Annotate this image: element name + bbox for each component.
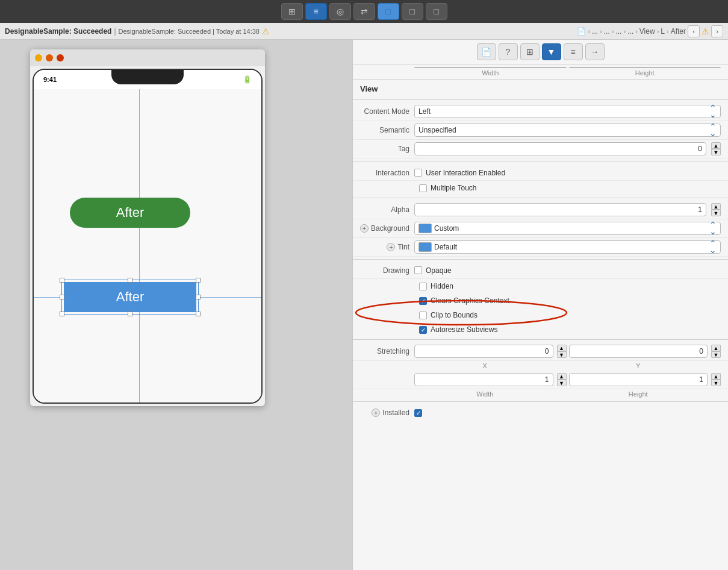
handle-bottom-center[interactable] (128, 312, 132, 316)
semantic-arrow: ⌃⌄ (709, 124, 717, 137)
window-titlebar (30, 49, 265, 66)
insp-tab-help[interactable]: ? (499, 43, 518, 60)
stretching-x-up[interactable]: ▲ (557, 345, 567, 351)
btn-after-green[interactable]: After (70, 198, 190, 228)
phone-time: 9:41 (43, 76, 57, 83)
insp-tab-connections[interactable]: → (585, 43, 605, 60)
content-mode-value: Left (418, 107, 431, 116)
tag-stepper[interactable]: ▲ ▼ (711, 142, 721, 155)
toolbar-btn-list[interactable]: ≡ (305, 3, 327, 20)
autoresize-checkbox[interactable]: ✓ (419, 326, 427, 334)
hidden-label: Hidden (431, 282, 453, 290)
stretching-x-field[interactable]: 0 (414, 345, 553, 358)
hidden-checkbox[interactable] (419, 283, 427, 290)
stretching-x-value: 0 (545, 347, 549, 355)
tag-stepper-up[interactable]: ▲ (711, 142, 721, 149)
stretching-w-field[interactable]: 1 (414, 373, 553, 386)
stretching-w-up[interactable]: ▲ (557, 373, 567, 380)
alpha-stepper-down[interactable]: ▼ (711, 210, 721, 216)
stretching-y-up[interactable]: ▲ (711, 345, 721, 351)
stretching-y-down[interactable]: ▼ (711, 351, 721, 358)
toolbar-btn-rect2[interactable]: □ (402, 3, 423, 20)
background-plus-btn[interactable]: + (360, 224, 369, 233)
clip-to-bounds-checkbox[interactable] (419, 312, 427, 319)
breadcrumb-item1[interactable]: ... (592, 27, 598, 36)
autoresize-label: Autoresize Subviews (431, 325, 497, 334)
toolbar-btn-rect1[interactable]: □ (378, 3, 399, 20)
tint-color-swatch (418, 242, 432, 252)
width-field[interactable] (414, 67, 567, 68)
stretching-w-value: 1 (545, 375, 549, 384)
toolbar-btn-grid[interactable]: ⊞ (281, 3, 303, 20)
hidden-row: Hidden (353, 279, 728, 293)
handle-bottom-right[interactable] (196, 312, 201, 316)
insp-tab-grid[interactable]: ⊞ (520, 43, 540, 60)
stretching-w-down[interactable]: ▼ (557, 380, 567, 386)
drawing-label: Drawing (360, 266, 414, 275)
opaque-checkbox[interactable] (414, 266, 422, 274)
battery-icon: 🔋 (243, 75, 252, 84)
semantic-row: Semantic Unspecified ⌃⌄ (353, 121, 728, 140)
handle-top-right[interactable] (196, 278, 201, 283)
handle-bottom-left[interactable] (60, 312, 64, 316)
xy-label-row: X Y (353, 361, 728, 371)
content-mode-dropdown[interactable]: Left ⌃⌄ (414, 105, 721, 118)
breadcrumb-l[interactable]: L (661, 27, 665, 36)
height-label: Height (635, 69, 655, 77)
alpha-stepper[interactable]: ▲ ▼ (711, 203, 721, 216)
btn-after-blue[interactable]: After (64, 282, 196, 312)
toolbar-btn-rect3[interactable]: □ (426, 3, 447, 20)
stretching-h-field[interactable]: 1 (569, 373, 708, 386)
content-mode-label: Content Mode (360, 107, 414, 116)
insp-tab-file[interactable]: 📄 (477, 43, 496, 60)
semantic-value: Unspecified (418, 126, 456, 134)
clears-graphics-row: ✓ Clears Graphics Context (353, 293, 728, 308)
breadcrumb-after[interactable]: After (671, 27, 686, 36)
background-dropdown[interactable]: Custom ⌃⌄ (414, 222, 721, 235)
insp-tab-size[interactable]: ≡ (564, 43, 583, 60)
stretching-x-down[interactable]: ▼ (557, 351, 567, 358)
x-label: X (414, 362, 556, 369)
warning-icon: ⚠ (262, 27, 270, 36)
stretching-y-field[interactable]: 0 (569, 345, 708, 358)
tag-field[interactable]: 0 (414, 142, 706, 155)
breadcrumb-file: 📄 (577, 27, 586, 36)
tag-row: Tag 0 ▲ ▼ (353, 140, 728, 158)
phone-mockup: 9:41 🔋 After After (33, 69, 263, 404)
inspector-panel: 📄 ? ⊞ ▼ ≡ → Width Heig (352, 40, 728, 570)
tint-dropdown[interactable]: Default ⌃⌄ (414, 240, 721, 254)
installed-plus-btn[interactable]: + (372, 409, 380, 417)
user-interaction-checkbox[interactable] (414, 169, 422, 177)
nav-back[interactable]: ‹ (688, 25, 700, 37)
tag-stepper-down[interactable]: ▼ (711, 149, 721, 155)
stretching-x-stepper[interactable]: ▲ ▼ (557, 345, 567, 358)
tag-label: Tag (360, 145, 414, 153)
multiple-touch-row: Multiple Touch (353, 181, 728, 195)
semantic-dropdown[interactable]: Unspecified ⌃⌄ (414, 124, 721, 137)
installed-checkbox[interactable]: ✓ (414, 409, 422, 417)
insp-tab-attributes[interactable]: ▼ (542, 43, 561, 60)
stretching-y-stepper[interactable]: ▲ ▼ (711, 345, 721, 358)
breadcrumb-view[interactable]: View (639, 27, 655, 36)
clears-graphics-checkbox[interactable]: ✓ (419, 297, 427, 305)
toolbar-btn-circle[interactable]: ◎ (329, 3, 351, 20)
alpha-stepper-up[interactable]: ▲ (711, 203, 721, 210)
interaction-label: Interaction (360, 169, 414, 177)
breadcrumb-item3[interactable]: ... (615, 27, 621, 36)
breadcrumb-item4[interactable]: ... (627, 27, 633, 36)
nav-forward[interactable]: › (711, 25, 723, 37)
clip-to-bounds-label: Clip to Bounds (431, 311, 478, 319)
multiple-touch-checkbox[interactable] (419, 184, 427, 192)
nav-warning: ⚠ (702, 27, 709, 36)
stretching-h-up[interactable]: ▲ (711, 373, 721, 380)
stretching-w-stepper[interactable]: ▲ ▼ (557, 373, 567, 386)
breadcrumb-item2[interactable]: ... (604, 27, 610, 36)
toolbar-btn-arrow[interactable]: ⇄ (353, 3, 375, 20)
tint-plus-btn[interactable]: + (387, 243, 395, 251)
stretching-h-stepper[interactable]: ▲ ▼ (711, 373, 721, 386)
height-field[interactable] (569, 67, 721, 68)
multiple-touch-label: Multiple Touch (431, 184, 477, 192)
alpha-row: Alpha 1 ▲ ▼ (353, 201, 728, 219)
alpha-field[interactable]: 1 (414, 203, 706, 216)
stretching-h-down[interactable]: ▼ (711, 380, 721, 386)
